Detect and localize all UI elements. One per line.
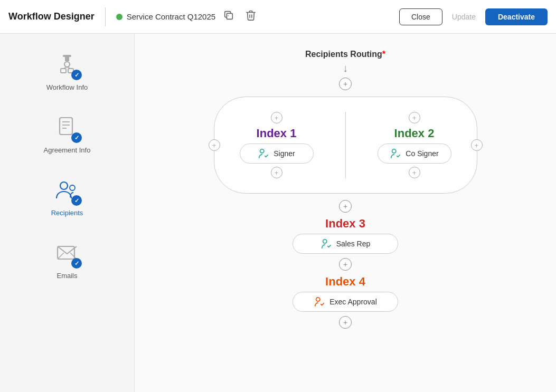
workflow-name: Service Contract Q12025 [127, 12, 215, 21]
svg-point-19 [392, 149, 396, 153]
exec-approval-icon [314, 296, 325, 308]
index-3-label: Index 3 [325, 217, 365, 231]
svg-point-4 [64, 62, 70, 67]
signer-icon [258, 148, 269, 159]
agreement-info-icon-wrapper: ✓ [52, 113, 82, 143]
recipients-badge: ✓ [71, 195, 82, 206]
add-index-2-top[interactable]: + [409, 112, 420, 123]
parallel-separator [345, 112, 346, 178]
add-index-1-bottom[interactable]: + [271, 167, 282, 178]
svg-point-18 [260, 149, 264, 153]
index-4-label: Index 4 [325, 275, 365, 289]
agreement-info-badge: ✓ [71, 132, 82, 143]
emails-icon-wrapper: ✓ [52, 239, 82, 269]
add-parallel-right[interactable]: + [471, 139, 483, 151]
svg-rect-2 [63, 55, 71, 57]
svg-rect-9 [60, 118, 72, 135]
svg-point-20 [323, 240, 326, 243]
sidebar: ✓ Workflow Info ✓ Agreement Info [0, 34, 135, 392]
sidebar-item-agreement-info-label: Agreement Info [44, 146, 91, 154]
salesrep-icon [321, 238, 332, 250]
index-4-recipient: Exec Approval [329, 298, 377, 306]
add-step-after-parallel[interactable]: + [339, 200, 352, 213]
svg-line-16 [58, 253, 64, 259]
arrow-down-1: ↓ [343, 62, 348, 74]
parallel-container: + + Index 1 Signe [214, 97, 477, 194]
svg-point-21 [316, 298, 320, 301]
close-button[interactable]: Close [399, 8, 442, 25]
sidebar-item-agreement-info[interactable]: ✓ Agreement Info [14, 105, 120, 162]
svg-point-14 [70, 185, 75, 190]
index-1-col: + Index 1 Signer + [240, 112, 314, 178]
sidebar-item-recipients[interactable]: ✓ Recipients [14, 168, 120, 225]
add-index-1-top[interactable]: + [271, 112, 282, 123]
index-3-section: Index 3 Sales Rep [293, 217, 398, 254]
cosigner-icon [390, 148, 401, 159]
header-actions: Close Update Deactivate [399, 8, 548, 25]
index-4-section: Index 4 Exec Approval [293, 275, 398, 312]
sidebar-item-workflow-info-label: Workflow Info [46, 83, 88, 91]
index-2-pill[interactable]: Co Signer [378, 144, 451, 164]
header: Workflow Designer Service Contract Q1202… [0, 0, 556, 34]
main-layout: ✓ Workflow Info ✓ Agreement Info [0, 34, 556, 392]
svg-rect-5 [61, 69, 66, 73]
parallel-block-1-2: + + Index 1 Signe [214, 97, 477, 194]
workflow-name-area: Service Contract Q12025 [116, 6, 393, 27]
index-2-recipient: Co Signer [406, 149, 438, 158]
header-divider [105, 7, 106, 26]
add-step-top[interactable]: + [339, 78, 352, 90]
add-index-2-bottom[interactable]: + [409, 167, 420, 178]
app-title: Workflow Designer [8, 11, 95, 22]
add-step-3-4[interactable]: + [339, 258, 352, 271]
index-1-label: Index 1 [257, 127, 297, 140]
index-3-recipient: Sales Rep [336, 240, 371, 248]
sidebar-item-workflow-info[interactable]: ✓ Workflow Info [14, 42, 120, 100]
svg-rect-0 [227, 13, 232, 19]
index-1-recipient: Signer [274, 149, 295, 158]
emails-badge: ✓ [71, 258, 82, 269]
index-4-pill[interactable]: Exec Approval [293, 292, 398, 312]
sidebar-item-emails-label: Emails [56, 272, 77, 280]
delete-button[interactable] [242, 6, 260, 27]
canvas: Recipients Routing* ↓ + + + Index 1 [135, 34, 556, 392]
workflow-info-badge: ✓ [71, 70, 82, 80]
diagram: Recipients Routing* ↓ + + + Index 1 [150, 50, 540, 366]
index-2-label: Index 2 [394, 127, 435, 140]
deactivate-button[interactable]: Deactivate [485, 8, 548, 25]
sidebar-item-recipients-label: Recipients [51, 209, 83, 217]
sidebar-item-emails[interactable]: ✓ Emails [14, 231, 120, 288]
update-button[interactable]: Update [447, 9, 481, 25]
add-parallel-left[interactable]: + [209, 139, 220, 151]
svg-point-13 [60, 182, 68, 189]
index-2-col: + Index 2 Co Signer + [378, 112, 451, 178]
workflow-info-icon-wrapper: ✓ [52, 51, 82, 80]
add-step-bottom[interactable]: + [339, 316, 352, 329]
index-1-pill[interactable]: Signer [240, 144, 314, 164]
status-dot [116, 14, 122, 20]
copy-icon-button[interactable] [220, 6, 238, 27]
recipients-icon-wrapper: ✓ [52, 176, 82, 206]
asterisk: * [382, 50, 385, 59]
routing-title: Recipients Routing* [305, 50, 385, 59]
index-3-pill[interactable]: Sales Rep [293, 234, 398, 254]
svg-rect-3 [65, 57, 69, 61]
